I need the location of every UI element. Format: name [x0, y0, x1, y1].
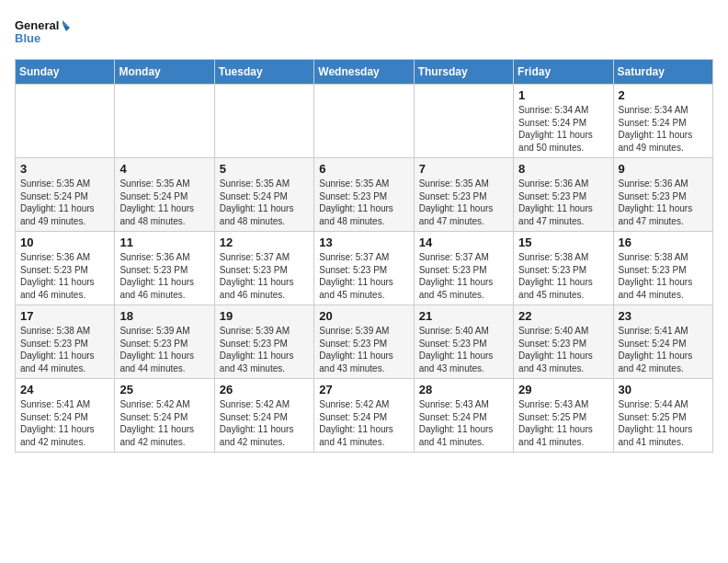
day-number: 7	[419, 162, 508, 176]
day-number: 3	[20, 162, 109, 176]
day-number: 5	[220, 162, 309, 176]
day-number: 28	[419, 383, 508, 396]
calendar-cell: 27Sunrise: 5:42 AM Sunset: 5:24 PM Dayli…	[314, 379, 414, 453]
calendar-cell: 19Sunrise: 5:39 AM Sunset: 5:23 PM Dayli…	[214, 305, 313, 379]
day-number: 14	[419, 236, 508, 249]
calendar-week-3: 10Sunrise: 5:36 AM Sunset: 5:23 PM Dayli…	[16, 232, 713, 305]
day-info: Sunrise: 5:34 AM Sunset: 5:24 PM Dayligh…	[518, 104, 608, 154]
calendar-cell: 4Sunrise: 5:35 AM Sunset: 5:24 PM Daylig…	[115, 158, 214, 232]
calendar-header-sunday: Sunday	[16, 60, 115, 85]
logo: General Blue	[15, 15, 70, 52]
calendar-week-4: 17Sunrise: 5:38 AM Sunset: 5:23 PM Dayli…	[16, 305, 713, 379]
day-number: 30	[619, 383, 708, 396]
calendar-cell: 20Sunrise: 5:39 AM Sunset: 5:23 PM Dayli…	[314, 305, 414, 379]
day-info: Sunrise: 5:37 AM Sunset: 5:23 PM Dayligh…	[319, 251, 408, 301]
calendar-cell: 9Sunrise: 5:36 AM Sunset: 5:23 PM Daylig…	[613, 158, 712, 232]
page-header: General Blue	[15, 15, 713, 52]
svg-text:General: General	[15, 18, 59, 32]
calendar-cell: 8Sunrise: 5:36 AM Sunset: 5:23 PM Daylig…	[514, 158, 613, 232]
day-number: 15	[518, 236, 608, 249]
day-number: 9	[619, 162, 708, 176]
day-info: Sunrise: 5:35 AM Sunset: 5:24 PM Dayligh…	[119, 178, 209, 227]
calendar-cell: 26Sunrise: 5:42 AM Sunset: 5:24 PM Dayli…	[214, 379, 313, 453]
calendar-cell	[16, 85, 115, 158]
day-number: 12	[220, 236, 309, 249]
day-number: 13	[319, 236, 408, 249]
calendar-cell: 23Sunrise: 5:41 AM Sunset: 5:24 PM Dayli…	[613, 305, 712, 379]
calendar-cell: 6Sunrise: 5:35 AM Sunset: 5:23 PM Daylig…	[314, 158, 414, 232]
day-number: 27	[319, 383, 408, 396]
calendar-cell	[115, 85, 214, 158]
calendar-cell: 16Sunrise: 5:38 AM Sunset: 5:23 PM Dayli…	[613, 232, 712, 305]
day-number: 6	[319, 162, 408, 176]
calendar-cell: 12Sunrise: 5:37 AM Sunset: 5:23 PM Dayli…	[214, 232, 313, 305]
calendar-cell: 2Sunrise: 5:34 AM Sunset: 5:24 PM Daylig…	[613, 85, 712, 158]
day-info: Sunrise: 5:35 AM Sunset: 5:24 PM Dayligh…	[220, 178, 309, 227]
calendar-cell: 29Sunrise: 5:43 AM Sunset: 5:25 PM Dayli…	[514, 379, 613, 453]
calendar-header-saturday: Saturday	[613, 60, 712, 85]
calendar-cell	[314, 85, 414, 158]
day-number: 23	[619, 309, 708, 323]
day-info: Sunrise: 5:35 AM Sunset: 5:23 PM Dayligh…	[319, 178, 408, 227]
calendar-cell: 3Sunrise: 5:35 AM Sunset: 5:24 PM Daylig…	[16, 158, 115, 232]
calendar-cell: 1Sunrise: 5:34 AM Sunset: 5:24 PM Daylig…	[514, 85, 613, 158]
calendar-cell: 21Sunrise: 5:40 AM Sunset: 5:23 PM Dayli…	[414, 305, 513, 379]
calendar-week-2: 3Sunrise: 5:35 AM Sunset: 5:24 PM Daylig…	[16, 158, 713, 232]
calendar-cell: 17Sunrise: 5:38 AM Sunset: 5:23 PM Dayli…	[16, 305, 115, 379]
day-info: Sunrise: 5:39 AM Sunset: 5:23 PM Dayligh…	[119, 325, 209, 374]
calendar-cell: 7Sunrise: 5:35 AM Sunset: 5:23 PM Daylig…	[414, 158, 513, 232]
calendar-header-wednesday: Wednesday	[314, 60, 414, 85]
calendar-header-monday: Monday	[115, 60, 214, 85]
calendar-week-5: 24Sunrise: 5:41 AM Sunset: 5:24 PM Dayli…	[16, 379, 713, 453]
day-number: 24	[20, 383, 109, 396]
day-number: 16	[619, 236, 708, 249]
calendar-cell: 18Sunrise: 5:39 AM Sunset: 5:23 PM Dayli…	[115, 305, 214, 379]
calendar-table: SundayMondayTuesdayWednesdayThursdayFrid…	[15, 59, 713, 453]
day-number: 29	[518, 383, 608, 396]
day-info: Sunrise: 5:36 AM Sunset: 5:23 PM Dayligh…	[119, 251, 209, 301]
day-number: 17	[20, 309, 109, 323]
day-number: 22	[518, 309, 608, 323]
calendar-cell: 10Sunrise: 5:36 AM Sunset: 5:23 PM Dayli…	[16, 232, 115, 305]
day-info: Sunrise: 5:37 AM Sunset: 5:23 PM Dayligh…	[419, 251, 508, 301]
day-info: Sunrise: 5:42 AM Sunset: 5:24 PM Dayligh…	[319, 398, 408, 448]
calendar-cell: 30Sunrise: 5:44 AM Sunset: 5:25 PM Dayli…	[613, 379, 712, 453]
day-info: Sunrise: 5:35 AM Sunset: 5:23 PM Dayligh…	[419, 178, 508, 227]
day-info: Sunrise: 5:43 AM Sunset: 5:24 PM Dayligh…	[419, 398, 508, 448]
day-info: Sunrise: 5:36 AM Sunset: 5:23 PM Dayligh…	[619, 178, 708, 227]
calendar-week-1: 1Sunrise: 5:34 AM Sunset: 5:24 PM Daylig…	[16, 85, 713, 158]
day-info: Sunrise: 5:36 AM Sunset: 5:23 PM Dayligh…	[20, 251, 109, 301]
day-info: Sunrise: 5:41 AM Sunset: 5:24 PM Dayligh…	[20, 398, 109, 448]
day-number: 19	[220, 309, 309, 323]
day-info: Sunrise: 5:44 AM Sunset: 5:25 PM Dayligh…	[619, 398, 708, 448]
day-number: 11	[119, 236, 209, 249]
day-info: Sunrise: 5:34 AM Sunset: 5:24 PM Dayligh…	[619, 104, 708, 154]
day-number: 2	[619, 88, 708, 102]
calendar-cell	[414, 85, 513, 158]
calendar-cell: 25Sunrise: 5:42 AM Sunset: 5:24 PM Dayli…	[115, 379, 214, 453]
day-number: 8	[518, 162, 608, 176]
calendar-cell: 15Sunrise: 5:38 AM Sunset: 5:23 PM Dayli…	[514, 232, 613, 305]
day-number: 1	[518, 88, 608, 102]
day-number: 10	[20, 236, 109, 249]
day-info: Sunrise: 5:38 AM Sunset: 5:23 PM Dayligh…	[20, 325, 109, 374]
day-info: Sunrise: 5:38 AM Sunset: 5:23 PM Dayligh…	[518, 251, 608, 301]
day-info: Sunrise: 5:40 AM Sunset: 5:23 PM Dayligh…	[419, 325, 508, 374]
day-info: Sunrise: 5:36 AM Sunset: 5:23 PM Dayligh…	[518, 178, 608, 227]
day-number: 26	[220, 383, 309, 396]
day-number: 4	[119, 162, 209, 176]
calendar-header-row: SundayMondayTuesdayWednesdayThursdayFrid…	[16, 60, 713, 85]
day-number: 20	[319, 309, 408, 323]
calendar-header-thursday: Thursday	[414, 60, 513, 85]
svg-text:Blue: Blue	[15, 31, 40, 45]
calendar-cell: 5Sunrise: 5:35 AM Sunset: 5:24 PM Daylig…	[214, 158, 313, 232]
calendar-cell: 14Sunrise: 5:37 AM Sunset: 5:23 PM Dayli…	[414, 232, 513, 305]
day-info: Sunrise: 5:42 AM Sunset: 5:24 PM Dayligh…	[119, 398, 209, 448]
calendar-cell: 13Sunrise: 5:37 AM Sunset: 5:23 PM Dayli…	[314, 232, 414, 305]
day-number: 25	[119, 383, 209, 396]
day-info: Sunrise: 5:41 AM Sunset: 5:24 PM Dayligh…	[619, 325, 708, 374]
calendar-cell: 22Sunrise: 5:40 AM Sunset: 5:23 PM Dayli…	[514, 305, 613, 379]
day-info: Sunrise: 5:39 AM Sunset: 5:23 PM Dayligh…	[220, 325, 309, 374]
calendar-cell: 24Sunrise: 5:41 AM Sunset: 5:24 PM Dayli…	[16, 379, 115, 453]
calendar-header-friday: Friday	[514, 60, 613, 85]
